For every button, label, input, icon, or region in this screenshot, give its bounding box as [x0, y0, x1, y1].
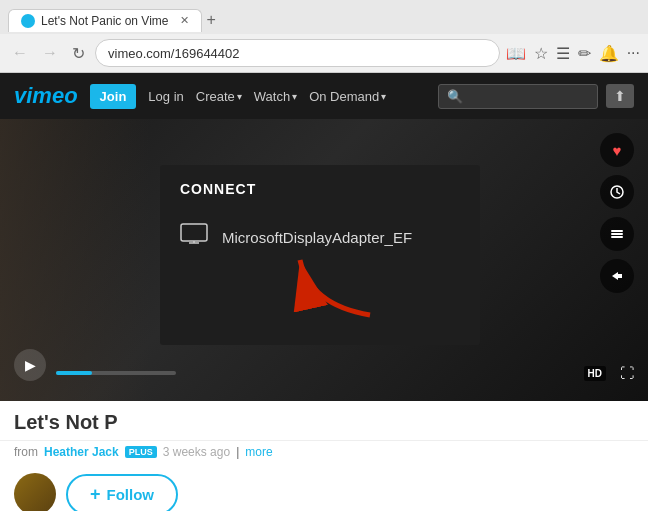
- like-button[interactable]: ♥: [600, 133, 634, 167]
- separator: |: [236, 445, 239, 459]
- new-tab-button[interactable]: +: [206, 11, 215, 29]
- connect-title: CONNECT: [180, 181, 460, 197]
- notes-icon[interactable]: ✏: [578, 44, 591, 63]
- bottom-row: + Follow: [0, 463, 648, 511]
- share-button[interactable]: [600, 259, 634, 293]
- tab-bar: Let's Not Panic on Vime ✕ +: [0, 0, 648, 34]
- video-info: Let's Not P: [0, 401, 648, 441]
- progress-fill: [56, 371, 92, 375]
- author-row: from Heather Jack PLUS 3 weeks ago | mor…: [0, 441, 648, 463]
- plus-badge: PLUS: [125, 446, 157, 458]
- svg-rect-1: [611, 230, 623, 232]
- time-ago: 3 weeks ago: [163, 445, 230, 459]
- url-text: vimeo.com/169644402: [108, 46, 487, 61]
- hd-badge: HD: [584, 366, 606, 381]
- browser-controls: ← → ↻ vimeo.com/169644402 📖 ☆ ☰ ✏ 🔔 ···: [0, 34, 648, 72]
- favorites-icon[interactable]: ☆: [534, 44, 548, 63]
- tab-favicon: [21, 14, 35, 28]
- back-button[interactable]: ←: [8, 42, 32, 64]
- fullscreen-button[interactable]: ⛶: [620, 365, 634, 381]
- follow-label: Follow: [107, 486, 155, 503]
- watchlater-button[interactable]: [600, 175, 634, 209]
- progress-bar[interactable]: [56, 371, 176, 375]
- browser-chrome: Let's Not Panic on Vime ✕ + ← → ↻ vimeo.…: [0, 0, 648, 73]
- upload-button[interactable]: ⬆: [606, 84, 634, 108]
- join-button[interactable]: Join: [90, 84, 137, 109]
- video-right-icons: ♥: [600, 133, 634, 293]
- login-link[interactable]: Log in: [148, 89, 183, 104]
- search-icon: 🔍: [447, 89, 463, 104]
- svg-rect-3: [611, 236, 623, 238]
- forward-button[interactable]: →: [38, 42, 62, 64]
- avatar: [14, 473, 56, 511]
- create-dropdown-arrow: ▾: [237, 91, 242, 102]
- red-arrow-icon: [290, 245, 380, 325]
- more-icon[interactable]: ···: [627, 44, 640, 62]
- device-name: MicrosoftDisplayAdapter_EF: [222, 229, 412, 246]
- connect-dropdown: CONNECT MicrosoftDisplayAdapter_EF: [160, 165, 480, 345]
- svg-rect-4: [181, 224, 207, 241]
- watch-menu[interactable]: Watch ▾: [254, 89, 297, 104]
- watch-dropdown-arrow: ▾: [292, 91, 297, 102]
- author-name[interactable]: Heather Jack: [44, 445, 119, 459]
- notifications-icon[interactable]: 🔔: [599, 44, 619, 63]
- avatar-image: [14, 473, 56, 511]
- toolbar-icons: 📖 ☆ ☰ ✏ 🔔 ···: [506, 44, 640, 63]
- follow-plus-icon: +: [90, 484, 101, 505]
- video-title: Let's Not P: [14, 411, 118, 433]
- follow-button[interactable]: + Follow: [66, 474, 178, 512]
- arrow-indicator: [290, 245, 380, 329]
- collections-icon[interactable]: ☰: [556, 44, 570, 63]
- logo-text: vimeo: [14, 83, 78, 108]
- video-container: ♥ CONNECT MicrosoftDisplayAdapter_EF: [0, 119, 648, 401]
- header-search: 🔍 ⬆: [398, 84, 634, 109]
- from-label: from: [14, 445, 38, 459]
- svg-rect-2: [611, 233, 623, 235]
- on-demand-dropdown-arrow: ▾: [381, 91, 386, 102]
- search-box[interactable]: 🔍: [438, 84, 598, 109]
- play-button[interactable]: ▶: [14, 349, 46, 381]
- reading-list-icon[interactable]: 📖: [506, 44, 526, 63]
- create-menu[interactable]: Create ▾: [196, 89, 242, 104]
- more-link[interactable]: more: [245, 445, 272, 459]
- close-tab-button[interactable]: ✕: [180, 14, 189, 27]
- vimeo-header: vimeo Join Log in Create ▾ Watch ▾ On De…: [0, 73, 648, 119]
- active-tab[interactable]: Let's Not Panic on Vime ✕: [8, 9, 202, 32]
- vimeo-logo[interactable]: vimeo: [14, 83, 78, 109]
- address-bar[interactable]: vimeo.com/169644402: [95, 39, 500, 67]
- monitor-icon: [180, 223, 208, 251]
- refresh-button[interactable]: ↻: [68, 42, 89, 65]
- tab-title: Let's Not Panic on Vime: [41, 14, 168, 28]
- collections-button[interactable]: [600, 217, 634, 251]
- on-demand-menu[interactable]: On Demand ▾: [309, 89, 386, 104]
